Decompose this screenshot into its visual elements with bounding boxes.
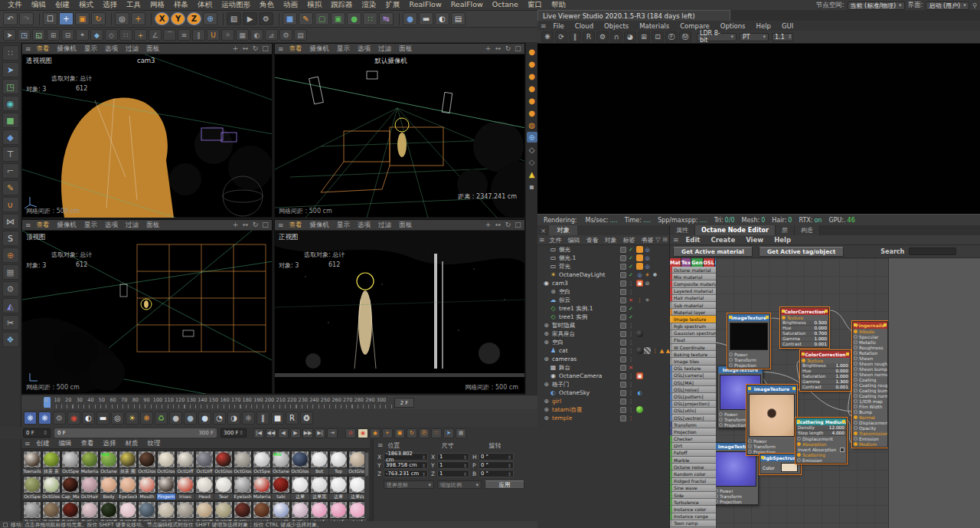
node-type-item[interactable]: OSL[camera] [670,372,716,379]
node-type-item[interactable]: Octane material [670,267,716,274]
model-mode-icon[interactable]: ◳ [18,29,31,41]
menu-item[interactable]: Cloud [575,22,593,30]
material-scrollbar[interactable] [364,451,369,519]
normals-icon[interactable]: ◭ [2,298,19,313]
node-type-item[interactable]: OSL[projection] [670,401,716,408]
color-swatch[interactable] [781,463,798,472]
material-thumbnail[interactable] [80,476,99,494]
pause-render-icon[interactable]: ∥ [569,31,581,42]
material-thumbnail[interactable] [253,476,271,494]
coordinate-field[interactable]: 0 °⇕ [479,461,514,469]
checker-tag-icon[interactable] [644,347,651,354]
node-port[interactable]: Transmission [853,431,887,436]
node-port[interactable]: Displacement [796,436,846,441]
visibility-toggle[interactable]: ⋮ [628,407,634,413]
layer-box-icon[interactable] [620,331,626,337]
material-thumbnail[interactable] [100,476,118,494]
menu-icon[interactable]: ≡ [377,441,384,450]
menu-item[interactable]: 帮助 [551,0,566,10]
menu-item[interactable]: Help [774,236,791,244]
add-cube-icon[interactable]: ■ [283,12,297,25]
node-port[interactable]: Medium [853,441,887,447]
node-port[interactable]: Sheen [853,356,887,361]
menu-item[interactable]: 摄像机 [310,221,330,230]
menu-item[interactable]: Create [710,236,735,244]
panel-corner-icon[interactable]: ⌂ [649,236,653,243]
menu-item[interactable]: RealFlow [410,0,442,10]
restart-render-icon[interactable]: ⟳ [555,31,567,42]
live-viewer-title-tab[interactable]: Live Viewer Studio 2020.1.5-R3 (184 days… [537,10,730,21]
render-settings-icon[interactable]: ⚙ [259,12,273,25]
previous-frame-button[interactable]: ◀ [278,428,289,438]
node-port[interactable]: Emission [853,436,887,441]
node-port[interactable]: Transform [747,444,796,449]
node-port[interactable]: Power [716,488,758,494]
point-mode-icon[interactable]: ■ [2,113,19,128]
menu-item[interactable]: 模拟 [307,0,322,10]
menu-item[interactable]: 运动图形 [221,0,250,10]
material-thumbnail[interactable] [329,451,348,468]
octane-object-icon[interactable]: ● [527,95,537,106]
array-icon[interactable]: ▦ [236,29,249,41]
daylight-icon[interactable]: ☀ [126,412,139,425]
menu-item[interactable]: 纹理 [148,439,161,448]
viewport-layout-icon[interactable]: ▤ [294,29,307,41]
arc-icon[interactable]: ⌒ [163,29,176,41]
node-type-item[interactable]: Baking texture [670,351,716,358]
visibility-toggle[interactable]: ⋮ [628,398,634,405]
menu-item[interactable]: View [746,236,763,244]
scatter-icon[interactable]: ♻ [155,412,168,425]
tab-objects[interactable]: 对象 [549,225,577,235]
octane-sphere-icon[interactable]: ◍ [527,120,537,130]
kernel-select[interactable]: PT▾ [740,33,769,41]
node-colorcorrection[interactable]: ColorCorrectionTextureBrightness0.500Hue… [780,307,829,348]
menu-item[interactable]: 过滤 [126,44,139,54]
menu-item[interactable]: 渲染 [362,0,377,10]
octane-object-icon[interactable]: ● [527,71,537,81]
node-type-item[interactable]: Image tiles [670,358,716,365]
workplane-lock-icon[interactable]: ▦ [2,264,19,280]
node-imagetexture[interactable]: ImageTexturePowerTransformProjection [746,385,797,455]
node-port[interactable]: Film Width [853,404,887,409]
node-port[interactable]: Power [728,352,769,357]
node-port[interactable]: Emission [796,457,846,463]
material-thumbnail[interactable] [195,451,214,468]
get-active-tag-button[interactable]: Get Active tag/object [759,247,844,257]
menu-item[interactable]: Objects [604,22,629,30]
layer-box-icon[interactable] [620,348,626,354]
menu-icon[interactable]: ≡ [539,236,545,244]
menu-item[interactable]: Help [756,22,771,30]
render-viewport[interactable] [537,44,980,214]
node-type-item[interactable]: OSL[MA] [670,379,716,386]
node-parameter[interactable]: Step length4.000 [796,431,846,436]
node-port[interactable]: 1/IOR map [853,398,887,404]
object-row[interactable]: ⊕girl⋮ [537,397,669,405]
node-type-item[interactable]: Octane noise [670,464,716,471]
object-row[interactable]: ⊕temple⋮ [537,414,669,422]
material-item[interactable]: Bot [310,451,328,474]
visibility-toggle[interactable]: ⋮ [628,356,634,362]
node-type-item[interactable]: Side [670,492,716,499]
add-generator-icon[interactable]: ▣ [331,12,345,25]
menu-item[interactable]: 标签 [623,236,635,244]
material-thumbnail[interactable] [214,501,233,519]
lock-y-icon[interactable]: Y [171,12,185,25]
material-item[interactable]: Body [100,476,118,500]
timeline-ruler[interactable]: 2 F 010203040506070809010011012013014015… [21,395,537,409]
gear-icon[interactable]: ⚙ [53,412,66,425]
material-thumbnail[interactable] [234,501,252,519]
node-type-item[interactable]: Image texture [670,316,716,323]
add-spline-icon[interactable]: ✎ [299,12,313,25]
object-row[interactable]: ▭侧光.1✓◎ [537,254,669,262]
material-thumbnail[interactable] [291,451,309,468]
material-thumbnail[interactable] [329,476,348,494]
material-item[interactable]: OctDiff [195,451,214,474]
node-port[interactable]: Projection [716,499,758,504]
polygon-mode-icon[interactable]: ⊤ [2,146,19,162]
material-thumbnail[interactable] [80,451,99,468]
visibility-toggle[interactable]: ✓ [628,314,634,320]
visibility-toggle[interactable]: ✓ [628,255,634,261]
node-type-item[interactable]: Sub material [670,302,716,309]
lighttag-tag-icon[interactable] [636,246,643,253]
object-row[interactable]: ◐OctaneSky⋮◐ [537,389,669,397]
